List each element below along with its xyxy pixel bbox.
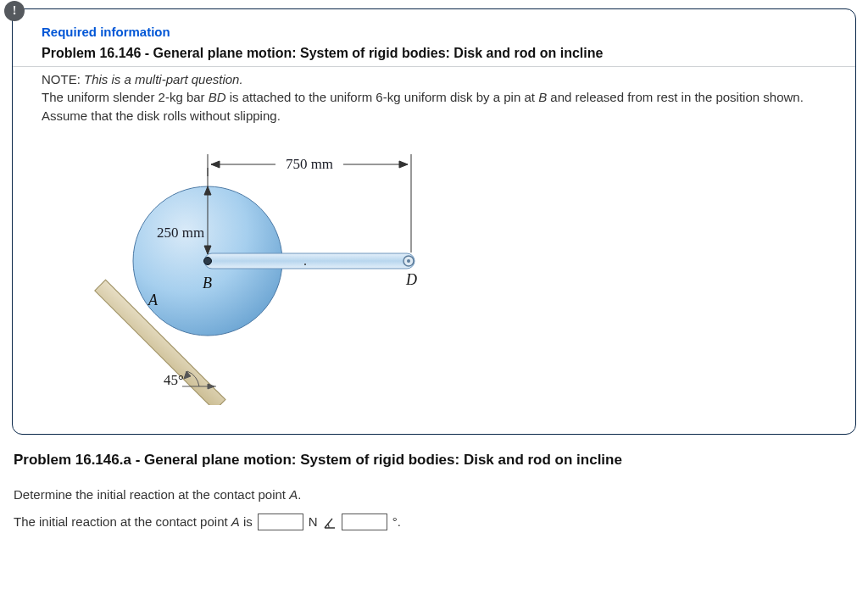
dimension-top-label: 750 mm: [286, 156, 333, 172]
unit-n: N: [309, 514, 318, 529]
angle-label: 45°: [164, 372, 184, 388]
alert-icon: !: [4, 1, 25, 21]
label-b: B: [203, 275, 212, 291]
prompt-line: Determine the initial reaction at the co…: [14, 487, 856, 502]
prompt-text-2: .: [298, 487, 301, 502]
note-line: NOTE: This is a multi-part question.: [42, 72, 835, 86]
degree-symbol: °.: [392, 514, 401, 529]
pin-b: [204, 257, 212, 264]
svg-marker-5: [399, 161, 408, 168]
figure: 750 mm 45° 250 mm: [72, 142, 835, 405]
note-text: This is a multi-part question.: [84, 72, 243, 86]
problem-title: Problem 16.146 - General plane motion: S…: [42, 46, 835, 61]
var-BD: BD: [209, 90, 226, 104]
magnitude-input[interactable]: [258, 514, 303, 530]
answer-line: The initial reaction at the contact poin…: [14, 514, 856, 530]
answer-text-2: is: [240, 514, 253, 529]
answer-var-A: A: [231, 514, 240, 529]
body-text-2: is attached to the uniform 6-kg uniform …: [226, 90, 539, 104]
bar-bd: [204, 253, 415, 269]
answer-text: The initial reaction at the contact poin…: [14, 514, 253, 529]
var-B: B: [538, 90, 547, 104]
dimension-radius-label: 250 mm: [157, 225, 204, 241]
problem-card: ! Required information Problem 16.146 - …: [12, 8, 856, 435]
label-d: D: [405, 271, 417, 288]
answer-text-1: The initial reaction at the contact poin…: [14, 514, 231, 529]
angle-icon: [323, 514, 337, 529]
prompt-text-1: Determine the initial reaction at the co…: [14, 487, 289, 502]
required-information-label: Required information: [42, 25, 835, 39]
problem-body: The uniform slender 2-kg bar BD is attac…: [42, 88, 835, 125]
angle-input[interactable]: [342, 514, 387, 530]
divider: [13, 66, 855, 67]
body-text-1: The uniform slender 2-kg bar: [42, 90, 209, 104]
svg-marker-4: [211, 161, 220, 168]
note-label: NOTE:: [42, 72, 84, 86]
prompt-var-A: A: [289, 487, 298, 502]
pin-d-inner: [407, 259, 410, 263]
dot: [304, 264, 306, 265]
figure-svg: 750 mm 45° 250 mm: [72, 142, 428, 405]
sub-problem-title: Problem 16.146.a - General plane motion:…: [14, 452, 856, 469]
label-a: A: [147, 291, 159, 308]
